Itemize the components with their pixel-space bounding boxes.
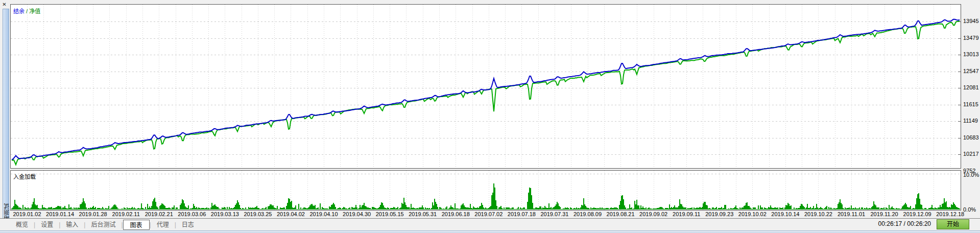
tester-sidebar-strip[interactable]: 策略测试 (3, 9, 9, 230)
date-tick-label: 2019.05.15 (373, 211, 407, 217)
date-tick-label: 2019.10.02 (735, 211, 769, 217)
date-tick-label: 2019.04.30 (340, 211, 374, 217)
deposit-load-histogram[interactable] (11, 171, 961, 210)
date-tick-label: 2019.08.21 (604, 211, 637, 217)
close-icon: ✕ (2, 2, 6, 7)
status-bar-strip (0, 230, 980, 233)
tab-图表[interactable]: 图表 (123, 220, 150, 230)
y-axis-tick-label: 12081 (963, 84, 979, 91)
date-tick-label: 2019.03.13 (208, 211, 242, 217)
balance-equity-chart-panel[interactable] (10, 4, 961, 169)
date-tick-label: 2019.09.23 (703, 211, 736, 217)
tab-概览[interactable]: 概览 (10, 219, 34, 230)
date-tick-label: 2019.02.11 (109, 211, 143, 217)
deposit-load-panel[interactable] (10, 170, 961, 211)
pct-axis-tick-label: 10.0% (963, 172, 979, 178)
date-tick-label: 2019.01.28 (76, 211, 110, 217)
date-tick-label: 2019.10.22 (801, 211, 835, 217)
date-tick-label: 2019.12.18 (934, 211, 967, 217)
strategy-tester-panel: ✕ 策略测试 结余 / 净值 入金加载 13945134791301312547… (0, 0, 980, 233)
date-tick-label: 2019.07.31 (538, 211, 571, 217)
date-tick-label: 2019.06.18 (439, 211, 472, 217)
date-tick-label: 2019.01.14 (43, 211, 77, 217)
y-axis-tick-label: 11149 (963, 118, 978, 124)
date-tick-label: 2019.11.20 (868, 211, 901, 217)
tab-设置[interactable]: 设置 (35, 219, 59, 230)
date-tick-label: 2019.08.09 (571, 211, 605, 217)
date-tick-label: 2019.07.02 (472, 211, 506, 217)
date-tick-label: 2019.09.11 (670, 211, 703, 217)
legend-balance-label: 结余 (13, 8, 25, 14)
y-axis-tick-label: 13479 (963, 35, 979, 41)
date-tick-label: 2019.10.14 (769, 211, 802, 217)
y-axis-tick-label: 11615 (963, 101, 978, 108)
y-axis-tick-label: 10217 (963, 151, 979, 157)
date-tick-label: 2019.04.10 (307, 211, 341, 217)
date-tick-label: 2019.02.21 (142, 211, 176, 217)
date-tick-label: 2019.05.31 (406, 211, 440, 217)
tab-输入[interactable]: 输入 (60, 219, 84, 230)
close-button[interactable]: ✕ (1, 1, 8, 8)
y-axis-tick-label: 13013 (963, 51, 979, 58)
date-tick-label: 2019.11.01 (834, 211, 868, 217)
tab-代理[interactable]: 代理 (151, 219, 175, 230)
legend-equity-label: 净值 (29, 8, 40, 14)
balance-equity-chart[interactable] (11, 5, 961, 168)
date-tick-label: 2019.01.02 (10, 211, 44, 217)
chart-legend: 结余 / 净值 (13, 7, 40, 15)
tab-日志[interactable]: 日志 (176, 219, 200, 230)
date-tick-label: 2019.12.09 (900, 211, 934, 217)
y-axis-tick-label: 10683 (963, 134, 979, 141)
date-tick-label: 2019.09.02 (637, 211, 671, 217)
legend-separator: / (25, 8, 29, 14)
start-button[interactable]: 开始 (937, 219, 969, 229)
tab-后台测试[interactable]: 后台测试 (85, 219, 121, 230)
date-tick-label: 2019.03.06 (175, 211, 209, 217)
tester-tab-bar: 概览|设置|输入|后台测试|图表|代理|日志 (0, 218, 980, 230)
deposit-load-label: 入金加载 (13, 172, 36, 180)
date-tick-label: 2019.03.25 (241, 211, 275, 217)
backtest-timer: 00:26:17 / 00:26:20 (878, 220, 931, 227)
date-tick-label: 2019.07.18 (505, 211, 538, 217)
date-tick-label: 2019.04.02 (274, 211, 307, 217)
y-axis-tick-label: 12547 (963, 68, 979, 75)
y-axis-tick-label: 13945 (963, 18, 979, 25)
